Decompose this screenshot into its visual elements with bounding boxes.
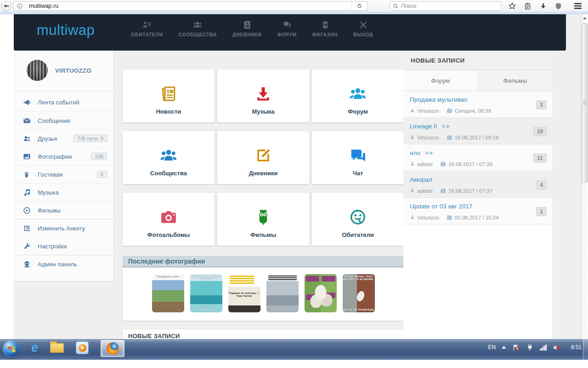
- svg-text:31: 31: [448, 137, 451, 139]
- entry-count-badge: 3: [536, 100, 547, 109]
- scrollbar-up-icon[interactable]: [581, 14, 588, 22]
- sidebar-item-admin-panel[interactable]: Админ панель: [14, 255, 113, 273]
- entry-author[interactable]: Virtuozzo: [417, 108, 439, 114]
- calendar-icon: 31: [440, 161, 446, 167]
- person-icon: [410, 215, 415, 220]
- right-panel-tabs: Форум Фильмы: [403, 70, 552, 91]
- entry-row[interactable]: нло>>adidas3116.08.2017 / 07:3911: [403, 144, 552, 171]
- firefox-icon: [107, 342, 119, 355]
- nav-item-communities[interactable]: СООБЩЕСТВА: [171, 20, 225, 37]
- entry-title[interactable]: Продажа мультивап: [410, 96, 467, 103]
- entry-row[interactable]: Аморалadidas3116.08.2017 / 07:374: [403, 171, 552, 198]
- tile-news[interactable]: Новости: [123, 69, 215, 122]
- entry-title[interactable]: Update от 03 авг 2017: [410, 203, 473, 210]
- tile-forum[interactable]: Форум: [312, 69, 404, 122]
- photo-thumbnail[interactable]: КОГДА ЖИЗНЬ ТЕБЯ ВЕРТИТ ПО ВСЯКОМУ.НО ТЫ…: [343, 274, 375, 312]
- entry-title[interactable]: Lineage II: [410, 123, 437, 130]
- bookmarks-list-icon[interactable]: [522, 1, 532, 11]
- downloads-icon[interactable]: [538, 1, 548, 11]
- power-plug-icon[interactable]: [526, 344, 534, 351]
- tab-films[interactable]: Фильмы: [478, 70, 553, 91]
- nav-item-logout[interactable]: ВЫХОД: [345, 20, 381, 37]
- sidebar-item-guestbook[interactable]: Гостевая0: [14, 165, 113, 183]
- nav-item-members[interactable]: ОБИТАТЕЛИ: [123, 20, 171, 37]
- sidebar-item-feed[interactable]: Лента событий: [14, 93, 113, 111]
- tile-music-downloads[interactable]: Музыка: [217, 69, 309, 122]
- bookmark-star-icon[interactable]: [507, 1, 517, 11]
- photo-thumbnail[interactable]: Гадание по клитору — Гуру Артем: [228, 274, 260, 312]
- entry-author[interactable]: Virtuozzo: [417, 135, 439, 140]
- photo-thumbnail[interactable]: Продажная сучка.: [152, 274, 184, 312]
- scrollbar-thumb[interactable]: [582, 23, 588, 183]
- photo-thumbnail[interactable]: [305, 274, 337, 312]
- nav-item-diaries[interactable]: ДНЕВНИКИ: [225, 20, 270, 37]
- site-info-icon[interactable]: [17, 3, 23, 9]
- entry-more-link[interactable]: >>: [425, 150, 433, 156]
- entry-title[interactable]: Аморал: [410, 176, 432, 183]
- journal-icon: [243, 20, 252, 29]
- tile-communities[interactable]: Сообщества: [123, 131, 215, 184]
- url-bar[interactable]: multiwap.ru: [13, 1, 368, 11]
- person-icon: [410, 188, 415, 193]
- clock[interactable]: 8:51: [571, 344, 582, 351]
- photos-icon: [23, 153, 31, 161]
- entry-author[interactable]: Virtuozzo: [417, 215, 439, 220]
- entry-more-link[interactable]: >>: [441, 123, 450, 130]
- action-center-flag-icon[interactable]: [512, 344, 520, 351]
- browser-search-field[interactable]: Поиск: [390, 1, 501, 11]
- music-note-icon: [23, 189, 31, 196]
- sidebar-item-settings[interactable]: Настройки: [14, 237, 113, 255]
- page-scrollbar[interactable]: [581, 14, 588, 339]
- nav-item-shop[interactable]: MМАГАЗИН: [305, 20, 345, 37]
- language-indicator[interactable]: EN: [488, 344, 496, 351]
- left-sidebar: VIRTUOZZO Лента событийСообщенияДрузья7/…: [14, 51, 114, 282]
- site-header: multiwap ОБИТАТЕЛИСООБЩЕСТВАДНЕВНИКИФОРУ…: [14, 14, 566, 51]
- nav-item-forum[interactable]: ФОРУМ: [270, 20, 305, 37]
- tab-forum[interactable]: Форум: [403, 70, 478, 91]
- entry-row[interactable]: Update от 03 авг 2017Virtuozzo3105.08.20…: [403, 198, 552, 224]
- url-text[interactable]: multiwap.ru: [29, 3, 351, 9]
- tile-chat[interactable]: Чат: [312, 131, 404, 184]
- reload-button[interactable]: [351, 2, 367, 10]
- tile-photo-albums[interactable]: Фотоальбомы: [123, 193, 215, 246]
- photo-thumbnail[interactable]: ДАЖЕ СОБАКИ ЕЗДЯТ НА МОРЕА ТЫ РАБОТАЙ: [190, 274, 222, 312]
- file-explorer-icon[interactable]: [50, 343, 64, 353]
- internet-explorer-icon[interactable]: e: [31, 341, 38, 355]
- back-button[interactable]: [1, 1, 11, 11]
- sidebar-badge: 108: [91, 153, 107, 160]
- hidden-icons-arrow-icon[interactable]: [502, 346, 506, 349]
- entry-row[interactable]: Lineage II>>Virtuozzo3116.08.2017 / 09:1…: [403, 118, 552, 144]
- show-desktop-button[interactable]: [583, 339, 588, 360]
- right-panel-title: НОВЫЕ ЗАПИСИ: [403, 51, 552, 70]
- username[interactable]: VIRTUOZZO: [55, 67, 91, 74]
- menu-hamburger-icon[interactable]: [571, 1, 584, 11]
- entry-author[interactable]: adidas: [417, 188, 433, 194]
- sidebar-item-music[interactable]: Музыка: [14, 183, 113, 201]
- envelope-icon: [23, 117, 31, 125]
- system-tray: EN 8:51: [488, 344, 588, 351]
- site-logo[interactable]: multiwap: [37, 22, 95, 39]
- tile-members[interactable]: Обитатели: [312, 193, 404, 246]
- volume-muted-icon[interactable]: [553, 344, 560, 351]
- back-arrow-icon: [3, 3, 10, 9]
- taskbar: e EN 8:51: [0, 339, 588, 360]
- network-signal-icon[interactable]: [540, 345, 547, 351]
- sidebar-item-friends[interactable]: Друзья7/В сети: 0: [14, 129, 113, 147]
- firefox-taskbar-button[interactable]: [101, 340, 124, 357]
- start-button[interactable]: [3, 340, 20, 358]
- sidebar-item-movies[interactable]: Фильмы: [14, 201, 113, 219]
- photo-thumbnail[interactable]: [266, 274, 299, 312]
- tile-movies[interactable]: Фильмы: [217, 193, 309, 246]
- adblock-shield-icon[interactable]: [553, 1, 563, 11]
- wrench-icon: [23, 242, 31, 250]
- media-player-icon[interactable]: [76, 341, 89, 354]
- sidebar-item-photos[interactable]: Фотографии108: [14, 147, 113, 165]
- main-nav: ОБИТАТЕЛИСООБЩЕСТВАДНЕВНИКИФОРУМMМАГАЗИН…: [123, 20, 381, 37]
- tile-diaries[interactable]: Дневники: [217, 131, 309, 184]
- sidebar-item-messages[interactable]: Сообщения: [14, 111, 113, 129]
- entry-row[interactable]: Продажа мультивапVirtuozzo31Сегодня, 08:…: [403, 91, 552, 118]
- avatar[interactable]: [27, 60, 48, 81]
- entry-title[interactable]: нло: [410, 150, 420, 156]
- sidebar-item-edit-profile[interactable]: Изменить Анкету: [14, 219, 113, 237]
- entry-author[interactable]: adidas: [417, 161, 433, 167]
